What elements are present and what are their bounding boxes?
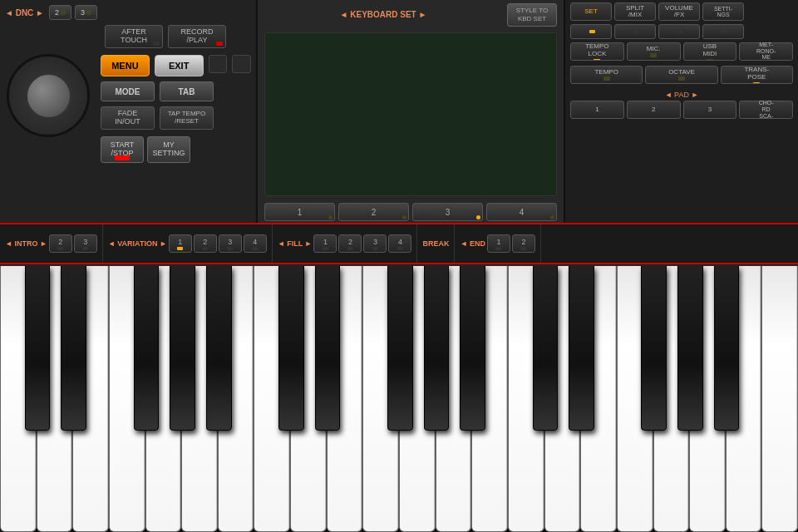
- settings-button[interactable]: SETTI- NGS: [702, 2, 744, 21]
- keyboard-set-label: ◄ KEYBOARD SET ►: [264, 10, 502, 19]
- dnc-btn-3[interactable]: 3: [75, 5, 97, 20]
- usb-midi-button[interactable]: USB MIDI: [683, 42, 737, 61]
- settings-led-btn: [702, 24, 744, 39]
- after-touch-led: [153, 42, 160, 46]
- pad-btn-1[interactable]: 1: [570, 101, 624, 119]
- dnc-btn-2[interactable]: 2: [49, 5, 71, 20]
- mic-led: [650, 53, 657, 57]
- end-btn-2[interactable]: 2: [512, 234, 535, 253]
- mic-button[interactable]: MIC.: [627, 42, 681, 61]
- mode-button[interactable]: MODE: [101, 81, 155, 101]
- kbd-btn-1[interactable]: 1: [264, 203, 335, 221]
- fill-led-1: [323, 247, 328, 250]
- volume-led: [677, 30, 683, 33]
- black-key-13[interactable]: [677, 266, 703, 431]
- after-touch-button[interactable]: AFTER TOUCH: [105, 25, 163, 48]
- fill-btn-2[interactable]: 2: [338, 234, 362, 253]
- pad-btn-2[interactable]: 2: [627, 101, 681, 119]
- fade-in-out-button[interactable]: FADE IN/OUT: [101, 106, 155, 130]
- white-key-21[interactable]: [761, 266, 798, 532]
- split-mix-button[interactable]: SPLIT /MIX: [614, 2, 656, 21]
- black-key-7[interactable]: [387, 266, 413, 431]
- kbd-led-1: [328, 215, 332, 219]
- set-button[interactable]: SET: [570, 2, 612, 21]
- top-section: ◄ DNC ► 2 3 AFTER TOUCH RECORD /PLAY: [0, 0, 798, 224]
- black-key-10[interactable]: [533, 266, 559, 431]
- pad-row: 1 2 3 CHO- RD SCA-: [570, 101, 793, 119]
- tempo-octave-row: TEMPO OCTAVE TRANS- POSE: [565, 64, 798, 87]
- intro-btn-3[interactable]: 3: [74, 234, 97, 253]
- piano-keys[interactable]: [0, 266, 798, 532]
- kbd-btn-2[interactable]: 2: [338, 203, 409, 221]
- volume-fx-button[interactable]: VOLUME /FX: [658, 2, 700, 21]
- black-key-8[interactable]: [424, 266, 450, 431]
- black-key-3[interactable]: [170, 266, 195, 431]
- fill-btn-4[interactable]: 4: [388, 234, 411, 253]
- record-play-button[interactable]: RECORD /PLAY: [168, 25, 226, 48]
- intro-led-2: [57, 247, 63, 250]
- keyboard-panel: ◄ DNC ► 2 3 AFTER TOUCH RECORD /PLAY: [0, 0, 798, 532]
- black-key-9[interactable]: [460, 266, 485, 431]
- black-key-12[interactable]: [641, 266, 667, 431]
- right-panel: SET SPLIT /MIX VOLUME /FX SETTI- NGS: [565, 0, 798, 224]
- end-btn-1[interactable]: 1: [487, 234, 510, 253]
- transpose-button[interactable]: TRANS- POSE: [721, 66, 793, 84]
- start-stop-button[interactable]: START /STOP: [101, 136, 144, 163]
- end-group: ◄ END 1 2: [455, 224, 540, 263]
- tempo-lock-row: TEMPO LOCK MIC. USB MIDI MET- RONO- ME: [565, 41, 798, 64]
- black-key-2[interactable]: [134, 266, 160, 431]
- transpose-led: [753, 82, 760, 83]
- black-key-11[interactable]: [569, 266, 594, 431]
- menu-exit-row: MENU EXIT: [96, 52, 256, 80]
- end-led-2: [520, 247, 526, 250]
- pad-btn-4[interactable]: CHO- RD SCA-: [739, 101, 793, 119]
- black-key-4[interactable]: [206, 266, 232, 431]
- metro-button[interactable]: MET- RONO- ME: [739, 42, 793, 61]
- tempo-lock-button[interactable]: TEMPO LOCK: [570, 42, 624, 61]
- menu-button[interactable]: MENU: [101, 55, 150, 76]
- black-key-14[interactable]: [714, 266, 740, 431]
- kbd-led-3: [476, 215, 480, 219]
- joystick-area[interactable]: [7, 54, 90, 137]
- black-key-1[interactable]: [61, 266, 86, 431]
- black-key-0[interactable]: [25, 266, 51, 431]
- black-key-6[interactable]: [315, 266, 341, 431]
- var-btn-3[interactable]: 3: [219, 234, 242, 253]
- kbd-btn-3[interactable]: 3: [412, 203, 483, 221]
- var-led-2: [202, 247, 208, 250]
- my-setting-button[interactable]: MY SETTING: [147, 136, 190, 163]
- style-to-kbd-button[interactable]: STYLE TO KBD SET: [507, 3, 557, 27]
- tab-button[interactable]: TAB: [160, 81, 214, 101]
- black-key-5[interactable]: [278, 266, 304, 431]
- var-led-4: [252, 247, 258, 250]
- fill-group: ◄ FILL ► 1 2 3 4: [273, 224, 418, 263]
- tempo-led: [603, 76, 610, 81]
- exit-button[interactable]: EXIT: [155, 55, 204, 76]
- var-led-1: [177, 247, 183, 250]
- fill-btn-1[interactable]: 1: [313, 234, 337, 253]
- joystick-knob[interactable]: [26, 73, 71, 119]
- variation-label: ◄ VARIATION ►: [108, 239, 167, 248]
- fill-label: ◄ FILL ►: [278, 239, 313, 248]
- bottom-section: ◄ INTRO ► 2 3 ◄ VARIATION ► 1 2 3: [0, 223, 798, 264]
- pad-btn-3[interactable]: 3: [683, 101, 737, 119]
- fill-btn-3[interactable]: 3: [363, 234, 387, 253]
- fill-led-4: [397, 247, 403, 250]
- kbd-btn-4[interactable]: 4: [486, 203, 557, 221]
- intro-led-3: [82, 247, 88, 250]
- tempo-reset-button[interactable]: TAP TEMPO /RESET: [160, 106, 214, 130]
- var-btn-1[interactable]: 1: [169, 234, 192, 253]
- var-led-3: [227, 247, 233, 250]
- intro-btn-2[interactable]: 2: [49, 234, 72, 253]
- set-led-row: [565, 22, 798, 41]
- top-buttons-row: AFTER TOUCH RECORD /PLAY: [100, 25, 256, 52]
- dnc-label: ◄ DNC ►: [5, 8, 44, 17]
- octave-button[interactable]: OCTAVE: [645, 66, 717, 84]
- var-btn-2[interactable]: 2: [194, 234, 217, 253]
- end-label: ◄ END: [460, 239, 485, 248]
- pad-label: ◄ PAD ►: [570, 91, 793, 99]
- tempo-button[interactable]: TEMPO: [570, 66, 643, 84]
- var-btn-4[interactable]: 4: [244, 234, 267, 253]
- keyboard-num-row: 1 2 3 4: [258, 200, 564, 224]
- dnc-led-3: [86, 10, 91, 15]
